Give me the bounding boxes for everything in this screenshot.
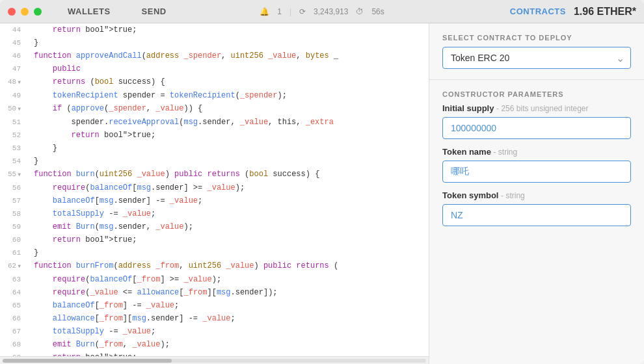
code-line: 44 return bool">true; xyxy=(0,23,429,36)
line-number: 62 xyxy=(0,259,29,273)
line-code: totalSupply -= _value; xyxy=(29,207,429,220)
close-button[interactable] xyxy=(8,8,16,16)
line-code: require(_value <= allowance[_from][msg.s… xyxy=(29,286,429,299)
code-line: 55function burn(uint256 _value) public r… xyxy=(0,168,429,181)
line-number: 51 xyxy=(0,116,29,129)
param-name-initial-supply: Initial supply xyxy=(442,103,494,113)
line-number: 59 xyxy=(0,220,29,233)
param-type-token-symbol: - string xyxy=(501,191,525,200)
code-line: 58 totalSupply -= _value; xyxy=(0,207,429,220)
contract-select-wrapper: Token ERC 20 ⌄ xyxy=(442,47,631,69)
code-line: 50 if (approve(_spender, _value)) { xyxy=(0,102,429,116)
line-code: tokenRecipient spender = tokenRecipient(… xyxy=(29,89,429,102)
time-value: 56s xyxy=(371,7,384,16)
horizontal-scrollbar[interactable] xyxy=(0,356,429,364)
code-line: 52 return bool">true; xyxy=(0,129,429,142)
code-line: 53 } xyxy=(0,142,429,155)
minimize-button[interactable] xyxy=(21,8,29,16)
constructor-section: CONSTRUCTOR PARAMETERS Initial supply - … xyxy=(429,80,644,234)
param-group-token-name: Token name - string xyxy=(442,147,631,183)
contracts-button[interactable]: CONTRACTS xyxy=(510,6,566,16)
code-line: 62function burnFrom(address _from, uint2… xyxy=(0,259,429,273)
contract-selector-group: Token ERC 20 ⌄ xyxy=(429,47,644,79)
code-line: 51 spender.receiveApproval(msg.sender, _… xyxy=(0,116,429,129)
param-name-token-symbol: Token symbol xyxy=(442,190,498,200)
param-name-token-name: Token name xyxy=(442,147,491,157)
scrollbar-track xyxy=(3,359,426,363)
param-label-initial-supply: Initial supply - 256 bits unsigned integ… xyxy=(442,103,631,113)
param-input-initial-supply[interactable] xyxy=(442,117,631,139)
line-code: } xyxy=(29,36,429,49)
code-line: 49 tokenRecipient spender = tokenRecipie… xyxy=(0,89,429,102)
code-line: 66 allowance[_from][msg.sender] -= _valu… xyxy=(0,312,429,325)
line-number: 46 xyxy=(0,49,29,62)
line-code: return bool">true; xyxy=(29,233,429,246)
line-code: balanceOf[_from] -= _value; xyxy=(29,299,429,312)
contract-select[interactable]: Token ERC 20 xyxy=(442,47,631,69)
notification-icon: 🔔 xyxy=(260,7,269,16)
line-code: allowance[_from][msg.sender] -= _value; xyxy=(29,312,429,325)
app-window: WALLETS SEND 🔔 1 | ⟳ 3,243,913 ⏱ 56s CON… xyxy=(0,0,644,364)
clock-icon: ⏱ xyxy=(356,7,364,16)
line-code: } xyxy=(29,142,429,155)
window-buttons xyxy=(8,8,42,16)
code-line: 64 require(_value <= allowance[_from][ms… xyxy=(0,286,429,299)
line-number: 52 xyxy=(0,129,29,142)
code-line: 48 returns (bool success) { xyxy=(0,75,429,89)
maximize-button[interactable] xyxy=(34,8,42,16)
code-scroll-area[interactable]: 44 return bool">true;45}46function appro… xyxy=(0,23,429,356)
line-code: public xyxy=(29,62,429,75)
code-line: 63 require(balanceOf[_from] >= _value); xyxy=(0,273,429,286)
tab-send[interactable]: SEND xyxy=(126,3,182,20)
titlebar: WALLETS SEND 🔔 1 | ⟳ 3,243,913 ⏱ 56s CON… xyxy=(0,0,644,23)
tab-wallets[interactable]: WALLETS xyxy=(52,3,126,20)
line-code: return bool">true; xyxy=(29,351,429,356)
param-label-token-symbol: Token symbol - string xyxy=(442,190,631,200)
param-input-token-name[interactable] xyxy=(442,161,631,183)
status-bar: 🔔 1 | ⟳ 3,243,913 ⏱ 56s xyxy=(260,7,384,16)
line-code: balanceOf[msg.sender] -= _value; xyxy=(29,194,429,207)
code-line: 65 balanceOf[_from] -= _value; xyxy=(0,299,429,312)
line-number: 64 xyxy=(0,286,29,299)
line-number: 55 xyxy=(0,168,29,181)
line-number: 48 xyxy=(0,75,29,89)
line-code: } xyxy=(29,246,429,259)
line-number: 45 xyxy=(0,36,29,49)
line-number: 61 xyxy=(0,246,29,259)
line-number: 58 xyxy=(0,207,29,220)
line-number: 50 xyxy=(0,102,29,116)
sync-icon: ⟳ xyxy=(299,7,306,16)
line-number: 57 xyxy=(0,194,29,207)
line-number: 54 xyxy=(0,155,29,168)
code-line: 68 emit Burn(_from, _value); xyxy=(0,338,429,351)
line-code: spender.receiveApproval(msg.sender, _val… xyxy=(29,116,429,129)
param-group-token-symbol: Token symbol - string xyxy=(442,190,631,226)
line-code: totalSupply -= _value; xyxy=(29,325,429,338)
line-code: } xyxy=(29,155,429,168)
line-number: 63 xyxy=(0,273,29,286)
line-number: 56 xyxy=(0,181,29,194)
line-number: 67 xyxy=(0,325,29,338)
ether-balance: 1.96 ETHER* xyxy=(574,6,636,18)
param-input-token-symbol[interactable] xyxy=(442,204,631,226)
titlebar-right: CONTRACTS 1.96 ETHER* xyxy=(510,6,636,18)
line-code: function burnFrom(address _from, uint256… xyxy=(29,259,429,273)
param-label-token-name: Token name - string xyxy=(442,147,631,157)
line-code: if (approve(_spender, _value)) { xyxy=(29,102,429,116)
main-content: 44 return bool">true;45}46function appro… xyxy=(0,23,644,364)
line-code: emit Burn(msg.sender, _value); xyxy=(29,220,429,233)
line-number: 60 xyxy=(0,233,29,246)
select-contract-label: SELECT CONTRACT TO DEPLOY xyxy=(429,23,644,47)
line-number: 66 xyxy=(0,312,29,325)
code-line: 46function approveAndCall(address _spend… xyxy=(0,49,429,62)
line-number: 47 xyxy=(0,62,29,75)
line-code: return bool">true; xyxy=(29,129,429,142)
code-panel: 44 return bool">true;45}46function appro… xyxy=(0,23,429,364)
code-line: 59 emit Burn(msg.sender, _value); xyxy=(0,220,429,233)
line-number: 68 xyxy=(0,338,29,351)
line-number: 69 xyxy=(0,351,29,356)
code-line: 61} xyxy=(0,246,429,259)
code-line: 54} xyxy=(0,155,429,168)
code-line: 45} xyxy=(0,36,429,49)
param-type-initial-supply: - 256 bits unsigned integer xyxy=(496,104,588,113)
